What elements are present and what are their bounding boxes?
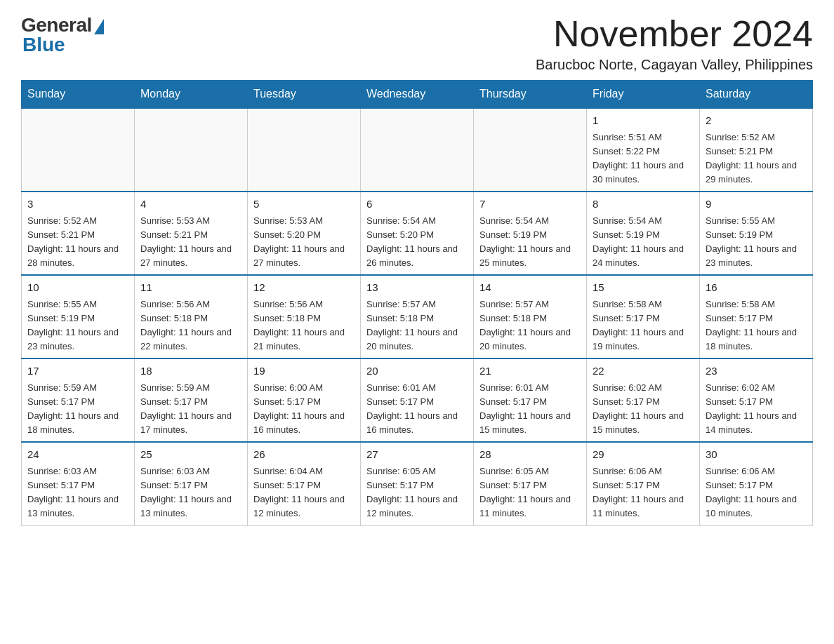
calendar-cell: 25Sunrise: 6:03 AMSunset: 5:17 PMDayligh…: [135, 442, 248, 525]
title-area: November 2024 Barucboc Norte, Cagayan Va…: [536, 14, 813, 73]
calendar-cell: 26Sunrise: 6:04 AMSunset: 5:17 PMDayligh…: [248, 442, 361, 525]
day-info: Sunrise: 5:58 AMSunset: 5:17 PMDaylight:…: [706, 297, 807, 354]
weekday-header-friday: Friday: [587, 81, 700, 109]
calendar-cell: 21Sunrise: 6:01 AMSunset: 5:17 PMDayligh…: [474, 358, 587, 442]
calendar-cell: 27Sunrise: 6:05 AMSunset: 5:17 PMDayligh…: [361, 442, 474, 525]
calendar-cell: 30Sunrise: 6:06 AMSunset: 5:17 PMDayligh…: [700, 442, 813, 525]
day-number: 30: [706, 447, 807, 463]
day-number: 1: [593, 113, 694, 129]
calendar-cell: 11Sunrise: 5:56 AMSunset: 5:18 PMDayligh…: [135, 275, 248, 358]
calendar-cell: 24Sunrise: 6:03 AMSunset: 5:17 PMDayligh…: [22, 442, 135, 525]
calendar-cell: 15Sunrise: 5:58 AMSunset: 5:17 PMDayligh…: [587, 275, 700, 358]
day-number: 26: [253, 447, 355, 463]
calendar-cell: [22, 108, 135, 192]
weekday-header-saturday: Saturday: [700, 81, 813, 109]
day-number: 25: [140, 447, 241, 463]
day-number: 22: [593, 363, 694, 380]
day-info: Sunrise: 6:00 AMSunset: 5:17 PMDaylight:…: [253, 381, 355, 438]
week-row-2: 3Sunrise: 5:52 AMSunset: 5:21 PMDaylight…: [22, 192, 813, 275]
calendar-cell: 13Sunrise: 5:57 AMSunset: 5:18 PMDayligh…: [361, 275, 474, 358]
day-number: 12: [253, 280, 355, 296]
logo-triangle-icon: [94, 19, 104, 34]
calendar-cell: 12Sunrise: 5:56 AMSunset: 5:18 PMDayligh…: [248, 275, 361, 358]
day-number: 20: [366, 363, 468, 380]
day-info: Sunrise: 5:52 AMSunset: 5:21 PMDaylight:…: [27, 214, 128, 271]
day-number: 4: [140, 196, 241, 213]
week-row-1: 1Sunrise: 5:51 AMSunset: 5:22 PMDaylight…: [22, 108, 813, 192]
day-number: 7: [479, 196, 581, 213]
day-number: 23: [706, 363, 807, 380]
week-row-5: 24Sunrise: 6:03 AMSunset: 5:17 PMDayligh…: [22, 442, 813, 525]
location-title: Barucboc Norte, Cagayan Valley, Philippi…: [536, 57, 813, 73]
calendar-cell: 6Sunrise: 5:54 AMSunset: 5:20 PMDaylight…: [361, 192, 474, 275]
day-number: 14: [479, 280, 581, 296]
day-info: Sunrise: 6:01 AMSunset: 5:17 PMDaylight:…: [366, 381, 468, 438]
calendar-cell: 22Sunrise: 6:02 AMSunset: 5:17 PMDayligh…: [587, 358, 700, 442]
day-info: Sunrise: 5:54 AMSunset: 5:19 PMDaylight:…: [479, 214, 581, 271]
day-info: Sunrise: 5:51 AMSunset: 5:22 PMDaylight:…: [593, 130, 694, 187]
calendar: SundayMondayTuesdayWednesdayThursdayFrid…: [21, 80, 813, 525]
day-info: Sunrise: 5:55 AMSunset: 5:19 PMDaylight:…: [27, 297, 128, 354]
calendar-cell: 9Sunrise: 5:55 AMSunset: 5:19 PMDaylight…: [700, 192, 813, 275]
calendar-cell: 4Sunrise: 5:53 AMSunset: 5:21 PMDaylight…: [135, 192, 248, 275]
weekday-header-monday: Monday: [135, 81, 248, 109]
day-info: Sunrise: 6:03 AMSunset: 5:17 PMDaylight:…: [140, 464, 241, 521]
day-info: Sunrise: 5:57 AMSunset: 5:18 PMDaylight:…: [366, 297, 468, 354]
weekday-header-sunday: Sunday: [22, 81, 135, 109]
day-info: Sunrise: 6:03 AMSunset: 5:17 PMDaylight:…: [27, 464, 128, 521]
day-info: Sunrise: 6:01 AMSunset: 5:17 PMDaylight:…: [479, 381, 581, 438]
day-number: 24: [27, 447, 128, 463]
calendar-cell: 2Sunrise: 5:52 AMSunset: 5:21 PMDaylight…: [700, 108, 813, 192]
weekday-header-row: SundayMondayTuesdayWednesdayThursdayFrid…: [22, 81, 813, 109]
day-number: 13: [366, 280, 468, 296]
calendar-cell: 23Sunrise: 6:02 AMSunset: 5:17 PMDayligh…: [700, 358, 813, 442]
week-row-3: 10Sunrise: 5:55 AMSunset: 5:19 PMDayligh…: [22, 275, 813, 358]
calendar-cell: 18Sunrise: 5:59 AMSunset: 5:17 PMDayligh…: [135, 358, 248, 442]
day-info: Sunrise: 5:53 AMSunset: 5:21 PMDaylight:…: [140, 214, 241, 271]
day-info: Sunrise: 6:05 AMSunset: 5:17 PMDaylight:…: [366, 464, 468, 521]
day-info: Sunrise: 6:02 AMSunset: 5:17 PMDaylight:…: [706, 381, 807, 438]
day-number: 8: [593, 196, 694, 213]
day-number: 21: [479, 363, 581, 380]
calendar-cell: 14Sunrise: 5:57 AMSunset: 5:18 PMDayligh…: [474, 275, 587, 358]
day-info: Sunrise: 5:57 AMSunset: 5:18 PMDaylight:…: [479, 297, 581, 354]
day-number: 19: [253, 363, 355, 380]
day-number: 6: [366, 196, 468, 213]
calendar-cell: [361, 108, 474, 192]
day-info: Sunrise: 5:56 AMSunset: 5:18 PMDaylight:…: [140, 297, 241, 354]
day-number: 5: [253, 196, 355, 213]
day-number: 27: [366, 447, 468, 463]
calendar-cell: [135, 108, 248, 192]
weekday-header-thursday: Thursday: [474, 81, 587, 109]
calendar-cell: 1Sunrise: 5:51 AMSunset: 5:22 PMDaylight…: [587, 108, 700, 192]
calendar-cell: [248, 108, 361, 192]
weekday-header-tuesday: Tuesday: [248, 81, 361, 109]
day-number: 9: [706, 196, 807, 213]
day-info: Sunrise: 5:59 AMSunset: 5:17 PMDaylight:…: [140, 381, 241, 438]
day-info: Sunrise: 6:05 AMSunset: 5:17 PMDaylight:…: [479, 464, 581, 521]
day-info: Sunrise: 5:58 AMSunset: 5:17 PMDaylight:…: [593, 297, 694, 354]
day-number: 18: [140, 363, 241, 380]
day-info: Sunrise: 6:06 AMSunset: 5:17 PMDaylight:…: [593, 464, 694, 521]
calendar-cell: [474, 108, 587, 192]
day-number: 2: [706, 113, 807, 129]
week-row-4: 17Sunrise: 5:59 AMSunset: 5:17 PMDayligh…: [22, 358, 813, 442]
day-info: Sunrise: 6:06 AMSunset: 5:17 PMDaylight:…: [706, 464, 807, 521]
day-info: Sunrise: 6:04 AMSunset: 5:17 PMDaylight:…: [253, 464, 355, 521]
calendar-cell: 7Sunrise: 5:54 AMSunset: 5:19 PMDaylight…: [474, 192, 587, 275]
day-info: Sunrise: 5:54 AMSunset: 5:20 PMDaylight:…: [366, 214, 468, 271]
calendar-cell: 10Sunrise: 5:55 AMSunset: 5:19 PMDayligh…: [22, 275, 135, 358]
day-number: 16: [706, 280, 807, 296]
weekday-header-wednesday: Wednesday: [361, 81, 474, 109]
calendar-cell: 17Sunrise: 5:59 AMSunset: 5:17 PMDayligh…: [22, 358, 135, 442]
day-number: 28: [479, 447, 581, 463]
calendar-cell: 3Sunrise: 5:52 AMSunset: 5:21 PMDaylight…: [22, 192, 135, 275]
day-info: Sunrise: 5:53 AMSunset: 5:20 PMDaylight:…: [253, 214, 355, 271]
day-number: 29: [593, 447, 694, 463]
calendar-cell: 28Sunrise: 6:05 AMSunset: 5:17 PMDayligh…: [474, 442, 587, 525]
day-number: 3: [27, 196, 128, 213]
header: General Blue November 2024 Barucboc Nort…: [21, 14, 813, 73]
day-number: 17: [27, 363, 128, 380]
month-title: November 2024: [536, 14, 813, 54]
day-number: 15: [593, 280, 694, 296]
